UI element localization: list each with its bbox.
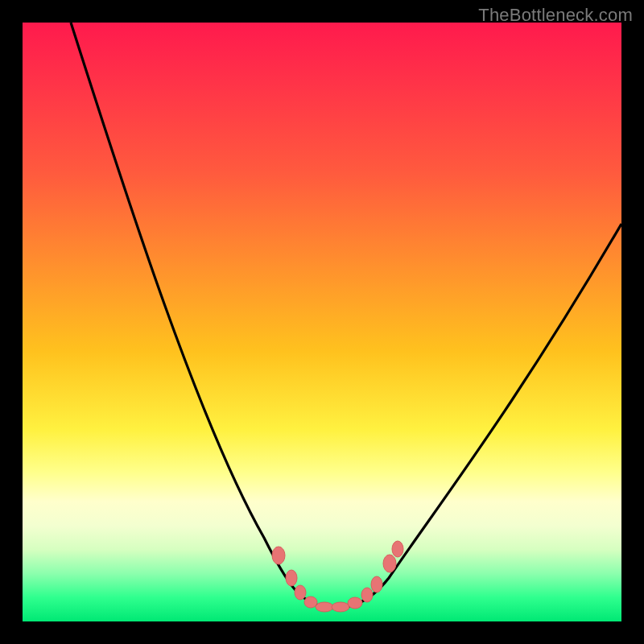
chart-frame: TheBottleneck.com bbox=[0, 0, 644, 644]
bottleneck-curve bbox=[23, 23, 621, 621]
svg-point-8 bbox=[371, 576, 382, 592]
svg-point-4 bbox=[316, 602, 333, 612]
svg-point-7 bbox=[361, 588, 373, 602]
plot-area bbox=[23, 23, 621, 621]
svg-point-10 bbox=[392, 541, 403, 557]
svg-point-1 bbox=[286, 570, 297, 586]
svg-point-3 bbox=[304, 597, 317, 608]
svg-point-6 bbox=[348, 597, 362, 609]
svg-point-5 bbox=[332, 602, 349, 612]
svg-point-2 bbox=[295, 585, 306, 600]
svg-point-0 bbox=[272, 547, 285, 564]
curve-path bbox=[71, 23, 621, 608]
highlight-dots bbox=[272, 541, 403, 612]
watermark-text: TheBottleneck.com bbox=[478, 5, 633, 26]
svg-point-9 bbox=[383, 555, 396, 572]
